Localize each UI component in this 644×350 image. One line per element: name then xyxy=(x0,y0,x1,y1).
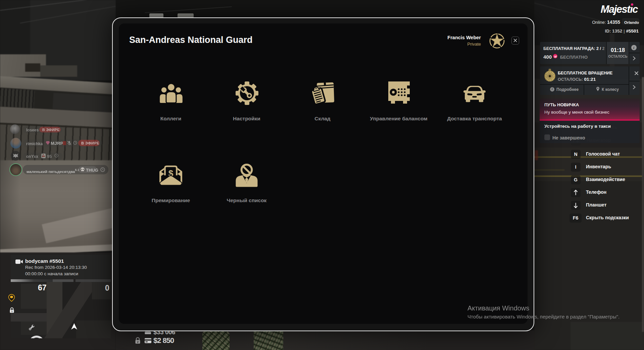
svg-text:2: 2 xyxy=(137,340,139,344)
svg-text:1: 1 xyxy=(11,310,12,313)
